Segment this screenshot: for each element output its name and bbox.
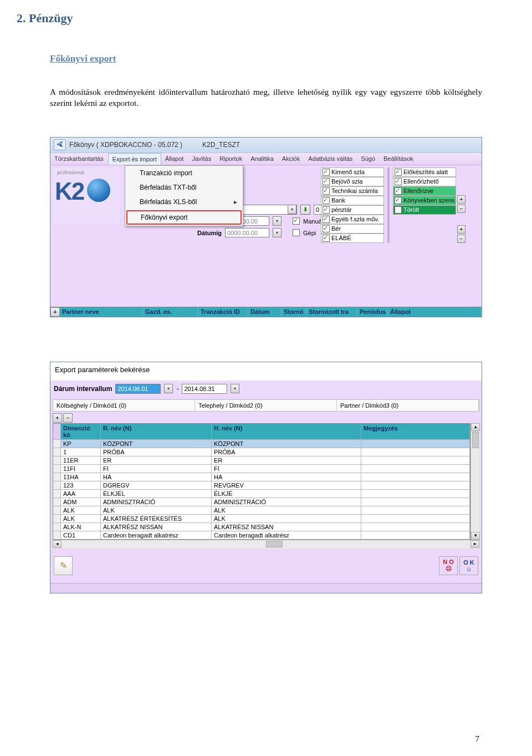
grid2-plus[interactable]: + [53, 413, 62, 423]
menu-allapot[interactable]: Állapot [161, 153, 188, 165]
table-row[interactable]: 123DGREGVREVGREV [53, 481, 470, 489]
grid-header: + Partner neve Gazd. es. Tranzakció ID D… [50, 307, 482, 317]
sub-heading: Főkönyvi export [50, 53, 482, 64]
menu-sugo[interactable]: Súgó [357, 153, 380, 165]
export-dropdown: Tranzakció import Bérfeladás TXT-ből Bér… [125, 165, 243, 226]
menu-torzskarbantartas[interactable]: Törzskarbantartás [50, 153, 108, 165]
tab-koltseghely[interactable]: Költséghely / Dimkód1 (0) [53, 400, 195, 411]
table-row[interactable]: ADMADMINISZTRÁCIÓADMINISZTRÁCIÓ [53, 498, 470, 506]
cb-ellenorizheto[interactable] [395, 178, 402, 185]
cb-bank[interactable] [323, 197, 330, 204]
grid2-minus[interactable]: − [63, 413, 73, 423]
date-from-picker[interactable]: ▾ [164, 384, 173, 393]
tab-partner[interactable]: Partner / Dimkód3 (0) [337, 400, 479, 411]
cb-ber[interactable] [323, 225, 330, 232]
paragraph: A módosítások eredményeként időintervall… [50, 87, 482, 109]
table-row[interactable]: 1PRÓBAPRÓBA [53, 448, 470, 456]
table-row[interactable]: 11HAHAHA [53, 473, 470, 481]
checkbox-col1: Kimenő szla Bejövő szla Technikai számla… [321, 168, 384, 243]
manualis-checkbox[interactable] [293, 217, 300, 225]
logo-area: professional K2 + − [53, 168, 119, 223]
datumig-input[interactable] [225, 228, 269, 237]
gepi-label: Gépi [303, 230, 316, 236]
window-title: Főkönyv ( XDPBOKACCNO - 05.072 ) [69, 141, 182, 149]
checkbox-col2: Előkészítés alatt Ellenőrizhető Ellenőri… [393, 168, 456, 243]
date-interval-label: Dárum intervallum [54, 385, 112, 393]
menu-analitika[interactable]: Analitika [247, 153, 278, 165]
cb-technikai-szamla[interactable] [323, 187, 330, 195]
fokonyv-window: ⮘ Főkönyv ( XDPBOKACCNO - 05.072 ) K2D_T… [50, 137, 482, 317]
date-from-input[interactable] [115, 384, 161, 394]
table-row[interactable]: 11ERERER [53, 456, 470, 464]
status-bar [50, 583, 482, 593]
cb-ellenorizve[interactable] [395, 187, 402, 195]
table-row[interactable]: ALKALKATRÉSZ ÉRTÉKESÍTÉSALK [53, 514, 470, 522]
export-grid: Dimenzió kó R. név (N) H. név (N) Megjeg… [53, 423, 470, 540]
side-minus-1[interactable]: − [457, 205, 466, 213]
date-to-input[interactable] [182, 384, 227, 394]
cb-bejovo-szla[interactable] [323, 178, 330, 185]
table-row[interactable]: KPKÖZPONTKÖZPONT [53, 439, 470, 448]
table-row[interactable]: AAAÉLKJÉLÉLKJÉ [53, 489, 470, 498]
table-row[interactable]: ALKALKALK [53, 506, 470, 514]
menu-akciok[interactable]: Akciók [278, 153, 304, 165]
edit-button[interactable]: ✎ [54, 556, 73, 575]
export-params-title: Export paraméterek bekérése [50, 362, 482, 380]
side-plus-2[interactable]: + [457, 225, 466, 234]
cb-kimeno-szla[interactable] [323, 169, 330, 176]
dimension-tabs: Költséghely / Dimkód1 (0) Telephely / Di… [53, 399, 479, 412]
logo-orb [87, 179, 110, 202]
date-sep: - [176, 385, 178, 393]
horizontal-scrollbar[interactable]: ◂ ▸ [53, 540, 479, 549]
gepi-checkbox[interactable] [293, 229, 300, 236]
datumig-picker[interactable]: ▾ [273, 228, 282, 237]
per-down-icon[interactable]: ⬇ [300, 205, 310, 215]
side-minus-2[interactable]: − [457, 235, 466, 243]
side-plus-1[interactable]: + [457, 195, 466, 204]
dd-berfeladas-xls[interactable]: Bérfeladás XLS-ből [125, 195, 243, 209]
dd-fokonyvi-export[interactable]: Főkönyvi export [126, 210, 242, 225]
datumtol-picker[interactable]: ▾ [273, 216, 282, 226]
titlebar: ⮘ Főkönyv ( XDPBOKACCNO - 05.072 ) K2D_T… [50, 138, 482, 153]
cb-egyeb-fszla[interactable] [323, 216, 330, 223]
ok-button[interactable]: O K☺ [459, 556, 478, 575]
back-button[interactable]: ⮘ [54, 139, 66, 150]
logo-tagline: professional [57, 170, 84, 175]
grid-plus[interactable]: + [50, 307, 60, 317]
export-params-window: Export paraméterek bekérése Dárum interv… [50, 362, 482, 593]
menu-adatbazis-valtas[interactable]: Adatbázis váltás [304, 153, 357, 165]
dd-berfeladas-txt[interactable]: Bérfeladás TXT-ből [125, 180, 243, 195]
datumig-label: Dátumig [191, 230, 222, 236]
k2d-logo: K2 [55, 177, 84, 205]
cb-penztar[interactable] [323, 206, 330, 214]
table-row[interactable]: ALK-NALKATRÉSZ NISSANALKATRÉSZ NISSAN [53, 522, 470, 531]
no-button[interactable]: N O☹ [439, 556, 458, 575]
menu-export-import[interactable]: Export és import [108, 153, 161, 165]
menu-beallitasok[interactable]: Beállítások [380, 153, 418, 165]
table-row[interactable]: CD1Cardeon beragadt alkatrészCardeon ber… [53, 531, 470, 539]
menubar: Törzskarbantartás Export és import Állap… [50, 153, 482, 165]
vertical-scrollbar[interactable]: ▴ ▾ [470, 423, 479, 540]
date-to-picker[interactable]: ▾ [231, 384, 239, 393]
dd-tranzakcio-import[interactable]: Tranzakció import [125, 166, 243, 180]
tab-telephely[interactable]: Telephely / Dimkód2 (0) [195, 400, 337, 411]
cb-elabe[interactable] [323, 235, 330, 242]
menu-javitas[interactable]: Javítás [188, 153, 216, 165]
menu-riportok[interactable]: Riportok [216, 153, 247, 165]
window-subtitle: K2D_TESZT [202, 141, 240, 149]
section-heading: 2. Pénzügy [17, 11, 482, 26]
cb-konyvekben[interactable] [395, 197, 402, 204]
cb-torolt[interactable] [395, 206, 402, 214]
table-row[interactable]: 11FIFIFI [53, 464, 470, 473]
cb-elokeszites[interactable] [395, 169, 402, 176]
